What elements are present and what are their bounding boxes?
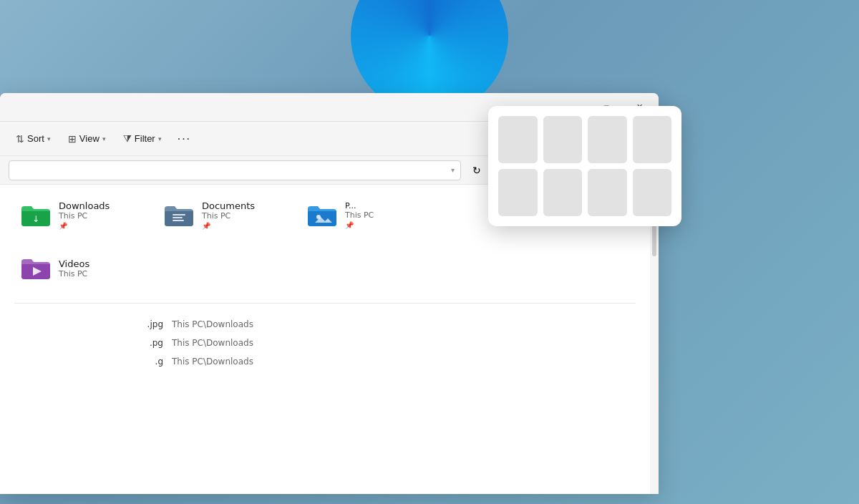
folder-pin-pictures: 📌: [345, 221, 381, 229]
folders-grid-row2: Videos This PC: [14, 251, 636, 286]
folder-location-pictures: This PC: [345, 210, 381, 220]
recent-list: .jpg This PC\Downloads .pg This PC\Downl…: [14, 315, 636, 371]
snap-cell-7[interactable]: [588, 169, 627, 216]
filter-icon: ⧩: [123, 132, 132, 145]
folder-location-downloads: This PC: [59, 211, 137, 220]
sort-label: Sort: [27, 133, 44, 144]
recent-path: This PC\Downloads: [172, 338, 630, 348]
folder-icon-videos: [20, 256, 52, 281]
folder-name-videos: Videos: [59, 258, 137, 269]
folder-info-downloads: Downloads This PC 📌: [59, 200, 137, 230]
filter-button[interactable]: ⧩ Filter ▾: [116, 128, 169, 149]
folder-pictures[interactable]: P... This PC 📌: [301, 196, 387, 234]
snap-cell-3[interactable]: [588, 116, 627, 163]
folder-info-videos: Videos This PC: [59, 258, 137, 278]
scrollbar-track[interactable]: [650, 185, 659, 494]
folder-pin-downloads: 📌: [59, 222, 137, 230]
recent-filename: .jpg: [20, 319, 163, 329]
snap-cell-1[interactable]: [498, 116, 538, 163]
view-icon: ⊞: [68, 133, 77, 145]
snap-cell-6[interactable]: [543, 169, 583, 216]
file-list: ↓ Downloads This PC 📌: [0, 185, 650, 494]
snap-cell-2[interactable]: [543, 116, 583, 163]
svg-text:↓: ↓: [32, 214, 39, 224]
recent-filename: .g: [20, 357, 163, 367]
folder-name-downloads: Downloads: [59, 200, 137, 211]
recent-item[interactable]: .g This PC\Downloads: [14, 352, 636, 371]
recent-filename: .pg: [20, 338, 163, 348]
svg-rect-1: [173, 214, 185, 215]
folder-pin-documents: 📌: [202, 222, 281, 230]
snap-grid: [498, 116, 671, 216]
folder-icon-documents: [163, 203, 195, 228]
recent-item[interactable]: .pg This PC\Downloads: [14, 334, 636, 352]
folder-location-videos: This PC: [59, 269, 137, 278]
address-dropdown-icon[interactable]: ▾: [451, 166, 455, 174]
snap-cell-8[interactable]: [633, 169, 672, 216]
folder-name-documents: Documents: [202, 200, 281, 211]
snap-cell-4[interactable]: [633, 116, 672, 163]
folder-icon-downloads: ↓: [20, 203, 52, 228]
recent-path: This PC\Downloads: [172, 319, 630, 329]
refresh-icon: ↻: [472, 165, 481, 176]
recent-path: This PC\Downloads: [172, 357, 630, 367]
folder-documents[interactable]: Documents This PC 📌: [157, 196, 286, 234]
more-icon: ···: [178, 132, 191, 145]
content-area: ↓ Downloads This PC 📌: [0, 185, 659, 494]
filter-label: Filter: [135, 133, 155, 144]
section-divider: [14, 303, 636, 304]
snap-layout-popup: [488, 106, 681, 226]
sort-chevron-icon: ▾: [47, 135, 51, 142]
more-options-button[interactable]: ···: [172, 128, 197, 150]
recent-item[interactable]: .jpg This PC\Downloads: [14, 315, 636, 334]
address-bar[interactable]: ▾: [9, 160, 461, 180]
folder-info-documents: Documents This PC 📌: [202, 200, 281, 230]
view-label: View: [79, 133, 100, 144]
folder-downloads[interactable]: ↓ Downloads This PC 📌: [14, 196, 143, 234]
folder-location-documents: This PC: [202, 211, 281, 220]
refresh-button[interactable]: ↻: [467, 160, 487, 180]
svg-rect-3: [173, 220, 184, 221]
view-chevron-icon: ▾: [102, 135, 106, 142]
view-button[interactable]: ⊞ View ▾: [61, 129, 113, 149]
snap-cell-5[interactable]: [498, 169, 538, 216]
filter-chevron-icon: ▾: [158, 135, 162, 142]
sort-button[interactable]: ⇅ Sort ▾: [9, 129, 58, 149]
folder-name-pictures: P...: [345, 201, 381, 210]
folder-info-pictures: P... This PC 📌: [345, 201, 381, 229]
folder-videos[interactable]: Videos This PC: [14, 251, 143, 286]
sort-icon: ⇅: [16, 133, 24, 145]
svg-rect-2: [173, 217, 183, 218]
folder-icon-pictures: [306, 203, 338, 228]
